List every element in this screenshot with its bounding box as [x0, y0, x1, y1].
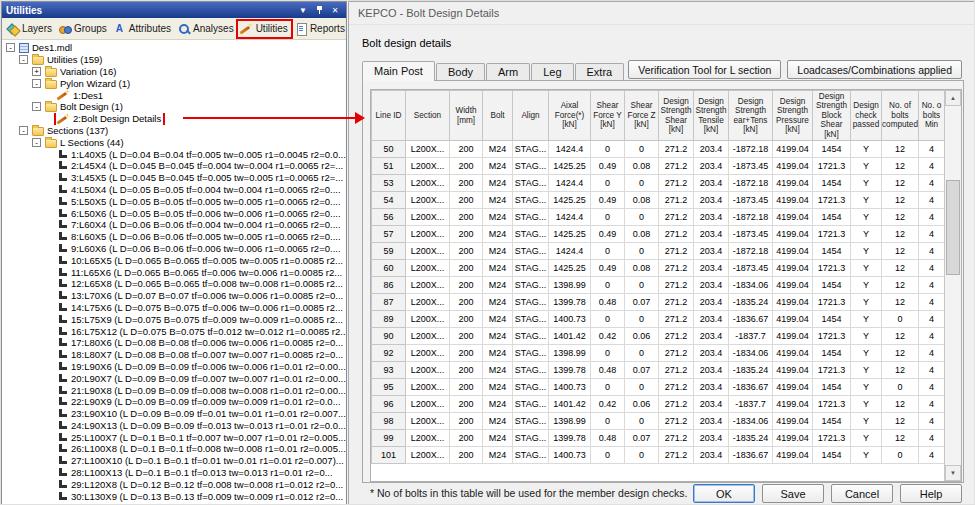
ok-button[interactable]: OK	[693, 484, 755, 503]
table-row[interactable]: 56L200X...200M24STAG...1424.400271.2203.…	[372, 209, 945, 226]
tree-item[interactable]: 10:L65X5 (L D=0.065 B=0.065 tf=0.005 tw=…	[2, 254, 346, 266]
column-header[interactable]: Line ID	[372, 91, 406, 141]
column-header[interactable]: No. of bolts computed	[882, 91, 919, 141]
tree-item[interactable]: 27:L100X10 (L D=0.1 B=0.1 tf=0.01 tw=0.0…	[2, 455, 346, 467]
tree-item[interactable]: -Pylon Wizard (1)	[2, 77, 346, 89]
tree-item[interactable]: 9:L60X6 (L D=0.06 B=0.06 tf=0.006 tw=0.0…	[2, 243, 346, 255]
tree-item[interactable]: 11:L65X6 (L D=0.065 B=0.065 tf=0.006 tw=…	[2, 266, 346, 278]
tree-item[interactable]: 19:L90X6 (L D=0.09 B=0.09 tf=0.006 tw=0.…	[2, 361, 346, 373]
table-row[interactable]: 50L200X...200M24STAG...1424.400271.2203.…	[372, 141, 945, 158]
column-header[interactable]: Aixal Force(*) [kN]	[549, 91, 591, 141]
tree-item[interactable]: -Des1.mdl	[2, 42, 346, 54]
scroll-up-icon[interactable]: ▲	[945, 90, 961, 106]
panel-tab-reports[interactable]: Reports	[292, 21, 348, 37]
tree-item[interactable]: -L Sections (44)	[2, 136, 346, 148]
tree-item[interactable]: 5:L50X5 (L D=0.05 B=0.05 tf=0.005 tw=0.0…	[2, 195, 346, 207]
panel-tab-layers[interactable]: Layers	[4, 21, 55, 37]
table-row[interactable]: 99L200X...200M24STAG...1399.780.480.0727…	[372, 430, 945, 447]
column-header[interactable]: Align	[513, 91, 549, 141]
table-scrollbar[interactable]: ▲ ▼	[944, 90, 961, 481]
tree-item[interactable]: 18:L80X7 (L D=0.08 B=0.08 tf=0.007 tw=0.…	[2, 349, 346, 361]
tree-item[interactable]: 1:Des1	[2, 89, 346, 101]
column-header[interactable]: Design Strength Pressure [kN]	[773, 91, 813, 141]
dialog-tab-extra[interactable]: Extra	[575, 63, 625, 80]
tree-item[interactable]: -Bolt Design (1)	[2, 101, 346, 113]
collapse-icon[interactable]: -	[19, 126, 28, 135]
tree-item[interactable]: 28:L100X13 (L D=0.1 B=0.1 tf=0.013 tw=0.…	[2, 467, 346, 479]
tree-item[interactable]: 17:L80X6 (L D=0.08 B=0.08 tf=0.006 tw=0.…	[2, 337, 346, 349]
table-row[interactable]: 54L200X...200M24STAG...1425.250.490.0827…	[372, 192, 945, 209]
tree-item[interactable]: 8:L60X5 (L D=0.06 B=0.06 tf=0.005 tw=0.0…	[2, 231, 346, 243]
collapse-icon[interactable]: -	[32, 102, 41, 111]
dialog-titlebar[interactable]: KEPCO - Bolt Design Details	[349, 2, 974, 25]
panel-titlebar[interactable]: Utilities ▼✕	[2, 2, 346, 18]
collapse-icon[interactable]: -	[32, 138, 41, 147]
table-row[interactable]: 93L200X...200M24STAG...1399.780.480.0727…	[372, 362, 945, 379]
tree-item[interactable]: 21:L90X8 (L D=0.09 B=0.09 tf=0.008 tw=0.…	[2, 384, 346, 396]
table-row[interactable]: 57L200X...200M24STAG...1425.250.490.0827…	[372, 226, 945, 243]
tree-item[interactable]: 30:L130X9 (L D=0.13 B=0.13 tf=0.009 tw=0…	[2, 490, 346, 502]
tree-item[interactable]: 1:L40X5 (L D=0.04 B=0.04 tf=0.005 tw=0.0…	[2, 148, 346, 160]
dialog-tab-leg[interactable]: Leg	[531, 63, 573, 80]
table-row[interactable]: 92L200X...200M24STAG...1398.9900271.2203…	[372, 345, 945, 362]
column-header[interactable]: Design check passed	[851, 91, 882, 141]
table-row[interactable]: 90L200X...200M24STAG...1401.420.420.0627…	[372, 328, 945, 345]
tree-item[interactable]: -Sections (137)	[2, 125, 346, 137]
column-header[interactable]: Section	[406, 91, 450, 141]
collapse-icon[interactable]: -	[19, 55, 28, 64]
scroll-thumb[interactable]	[946, 180, 960, 275]
tree-item[interactable]: 16:L75X12 (L D=0.075 B=0.075 tf=0.012 tw…	[2, 325, 346, 337]
tree-item[interactable]: 12:L65X8 (L D=0.065 B=0.065 tf=0.008 tw=…	[2, 278, 346, 290]
tree-item[interactable]: +Variation (16)	[2, 66, 346, 78]
table-row[interactable]: 59L200X...200M24STAG...1424.400271.2203.…	[372, 243, 945, 260]
tree-item[interactable]: 22:L90X9 (L D=0.09 B=0.09 tf=0.009 tw=0.…	[2, 396, 346, 408]
table-row[interactable]: 60L200X...200M24STAG...1425.250.490.0827…	[372, 260, 945, 277]
table-row[interactable]: 96L200X...200M24STAG...1401.420.420.0627…	[372, 396, 945, 413]
scroll-down-icon[interactable]: ▼	[945, 465, 961, 481]
save-button[interactable]: Save	[762, 484, 824, 503]
column-header[interactable]: Width [mm]	[450, 91, 483, 141]
collapse-icon[interactable]: -	[6, 43, 15, 52]
table-row[interactable]: 101L200X...200M24STAG...1400.7300271.220…	[372, 447, 945, 464]
help-button[interactable]: Help	[900, 484, 962, 503]
column-header[interactable]: Bolt	[483, 91, 513, 141]
dialog-tab-arm[interactable]: Arm	[486, 63, 530, 80]
tree-item[interactable]: -Utilities (159)	[2, 54, 346, 66]
table-row[interactable]: 53L200X...200M24STAG...1424.400271.2203.…	[372, 175, 945, 192]
dialog-tab-main-post[interactable]: Main Post	[362, 61, 435, 81]
tree-item[interactable]: 7:L60X4 (L D=0.06 B=0.06 tf=0.004 tw=0.0…	[2, 219, 346, 231]
close-button[interactable]: ✕	[328, 4, 342, 17]
column-header[interactable]: Shear Force Z [kN]	[625, 91, 659, 141]
tree-item[interactable]: 20:L90X7 (L D=0.09 B=0.09 tf=0.007 tw=0.…	[2, 372, 346, 384]
tree-item[interactable]: 25:L100X7 (L D=0.1 B=0.1 tf=0.007 tw=0.0…	[2, 431, 346, 443]
tree-item[interactable]: 3:L45X5 (L D=0.045 B=0.045 tf=0.005 tw=0…	[2, 172, 346, 184]
column-header[interactable]: No. o bolts Min	[919, 91, 945, 141]
tree-item[interactable]: 29:L120X8 (L D=0.12 B=0.12 tf=0.008 tw=0…	[2, 478, 346, 490]
cancel-button[interactable]: Cancel	[831, 484, 893, 503]
tree-item[interactable]: 26:L100X8 (L D=0.1 B=0.1 tf=0.008 tw=0.0…	[2, 443, 346, 455]
dialog-tab-body[interactable]: Body	[436, 63, 485, 80]
column-header[interactable]: Design Strength Tensile [kN]	[694, 91, 729, 141]
column-header[interactable]: Design Strength Shear [kN]	[659, 91, 694, 141]
table-row[interactable]: 87L200X...200M24STAG...1399.780.480.0727…	[372, 294, 945, 311]
panel-tab-groups[interactable]: Groups	[56, 21, 110, 37]
tree-item[interactable]: 23:L90X10 (L D=0.09 B=0.09 tf=0.01 tw=0.…	[2, 408, 346, 420]
tree-item[interactable]: 2:L45X4 (L D=0.045 B=0.045 tf=0.004 tw=0…	[2, 160, 346, 172]
menu-button[interactable]: ▼	[296, 4, 310, 17]
loadcases-button[interactable]: Loadcases/Combinations applied	[787, 60, 962, 79]
tree-item[interactable]: 6:L50X6 (L D=0.05 B=0.05 tf=0.006 tw=0.0…	[2, 207, 346, 219]
panel-tab-attributes[interactable]: Attributes	[111, 21, 174, 37]
table-row[interactable]: 89L200X...200M24STAG...1400.7300271.2203…	[372, 311, 945, 328]
tree-item[interactable]: 15:L75X9 (L D=0.075 B=0.075 tf=0.009 tw=…	[2, 313, 346, 325]
auto-hide-pin-button[interactable]	[312, 4, 326, 17]
column-header[interactable]: Design Strength ear+Tens [kN]	[729, 91, 773, 141]
table-row[interactable]: 86L200X...200M24STAG...1398.9900271.2203…	[372, 277, 945, 294]
collapse-icon[interactable]: -	[32, 79, 41, 88]
table-row[interactable]: 95L200X...200M24STAG...1400.7300271.2203…	[372, 379, 945, 396]
expand-icon[interactable]: +	[32, 67, 41, 76]
column-header[interactable]: Shear Force Y [kN]	[591, 91, 625, 141]
tree-item[interactable]: 13:L70X6 (L D=0.07 B=0.07 tf=0.006 tw=0.…	[2, 290, 346, 302]
tree-item[interactable]: 4:L50X4 (L D=0.05 B=0.05 tf=0.004 tw=0.0…	[2, 184, 346, 196]
verification-tool-button[interactable]: Verification Tool for L section	[628, 60, 781, 79]
tree-item[interactable]: 14:L75X6 (L D=0.075 B=0.075 tf=0.006 tw=…	[2, 302, 346, 314]
